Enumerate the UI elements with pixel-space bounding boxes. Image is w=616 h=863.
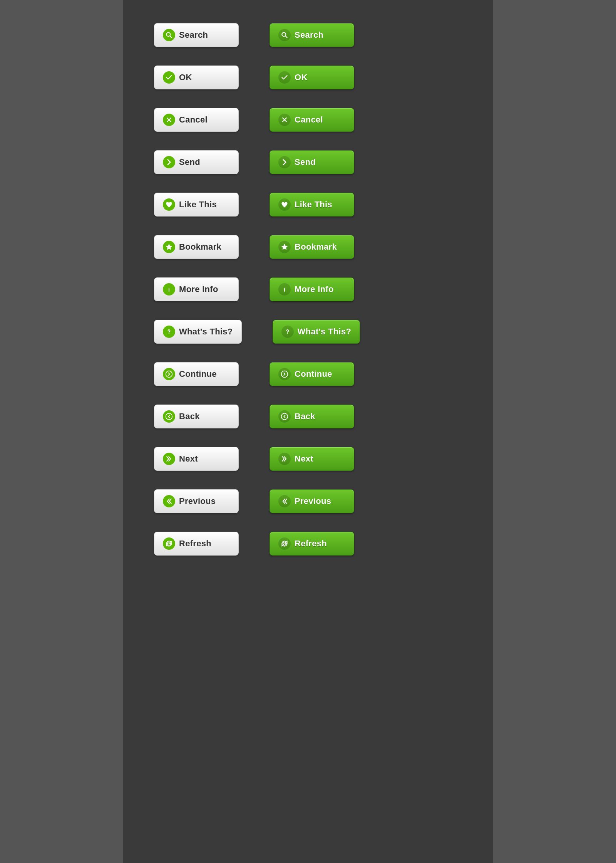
search-green-label: Search	[295, 30, 323, 40]
svg-marker-8	[166, 244, 172, 250]
arrow-circle-right-icon	[163, 368, 175, 380]
like-this-light-button[interactable]: Like This	[154, 193, 239, 217]
back-green-label: Back	[295, 411, 315, 421]
send-light-label: Send	[179, 157, 200, 167]
refresh-icon-green	[278, 537, 291, 550]
ok-light-button[interactable]: OK	[154, 65, 239, 89]
chevron-right-icon	[163, 156, 175, 168]
double-chevron-left-icon	[163, 495, 175, 507]
ok-light-label: OK	[179, 72, 192, 82]
previous-light-button[interactable]: Previous	[154, 489, 239, 513]
search-light-label: Search	[179, 30, 208, 40]
svg-point-19	[281, 371, 288, 378]
bookmark-green-label: Bookmark	[295, 242, 337, 252]
heart-icon-green	[278, 198, 291, 211]
star-icon-green	[278, 241, 291, 253]
send-green-label: Send	[295, 157, 316, 167]
continue-green-label: Continue	[295, 369, 332, 379]
svg-point-17	[287, 333, 288, 334]
whats-this-green-button[interactable]: What's This?	[273, 320, 360, 344]
xmark-icon-green	[278, 114, 291, 126]
whats-this-green-label: What's This?	[298, 327, 352, 337]
more-info-light-label: More Info	[179, 284, 218, 294]
next-light-button[interactable]: Next	[154, 447, 239, 471]
bookmark-light-label: Bookmark	[179, 242, 221, 252]
arrow-circle-right-icon-green	[278, 368, 291, 380]
star-icon	[163, 241, 175, 253]
row-bookmark: Bookmark Bookmark	[154, 235, 462, 259]
svg-line-1	[170, 36, 172, 38]
send-green-button[interactable]: Send	[270, 150, 354, 174]
heart-icon	[163, 198, 175, 211]
arrow-circle-left-icon	[163, 410, 175, 423]
back-green-button[interactable]: Back	[270, 405, 354, 428]
search-icon	[163, 29, 175, 41]
previous-light-label: Previous	[179, 496, 216, 506]
back-light-label: Back	[179, 411, 200, 421]
row-continue: Continue Continue	[154, 362, 462, 386]
cancel-light-button[interactable]: Cancel	[154, 108, 239, 132]
next-green-button[interactable]: Next	[270, 447, 354, 471]
double-chevron-right-icon	[163, 453, 175, 465]
row-refresh: Refresh Refresh	[154, 532, 462, 556]
refresh-green-label: Refresh	[295, 539, 327, 549]
svg-marker-9	[281, 244, 288, 250]
svg-point-20	[166, 413, 172, 420]
cancel-green-button[interactable]: Cancel	[270, 108, 354, 132]
previous-green-button[interactable]: Previous	[270, 489, 354, 513]
refresh-icon	[163, 537, 175, 550]
question-icon	[163, 326, 175, 338]
like-this-light-label: Like This	[179, 200, 217, 210]
search-icon-green	[278, 29, 291, 41]
send-light-button[interactable]: Send	[154, 150, 239, 174]
back-light-button[interactable]: Back	[154, 405, 239, 428]
svg-point-16	[169, 333, 169, 334]
info-icon	[163, 283, 175, 296]
more-info-green-button[interactable]: More Info	[270, 277, 354, 301]
more-info-light-button[interactable]: More Info	[154, 277, 239, 301]
double-chevron-left-icon-green	[278, 495, 291, 507]
info-icon-green	[278, 283, 291, 296]
cancel-green-label: Cancel	[295, 115, 323, 125]
whats-this-light-button[interactable]: What's This?	[154, 320, 242, 344]
main-container: Search Search OK OK Cancel Cancel Send S…	[123, 0, 493, 863]
search-light-button[interactable]: Search	[154, 23, 239, 47]
refresh-green-button[interactable]: Refresh	[270, 532, 354, 556]
row-send: Send Send	[154, 150, 462, 174]
xmark-icon	[163, 114, 175, 126]
svg-line-3	[285, 36, 287, 38]
svg-point-21	[281, 413, 288, 420]
row-more-info: More Info More Info	[154, 277, 462, 301]
like-this-green-button[interactable]: Like This	[270, 193, 354, 217]
previous-green-label: Previous	[295, 496, 331, 506]
continue-light-label: Continue	[179, 369, 217, 379]
row-back: Back Back	[154, 405, 462, 428]
search-green-button[interactable]: Search	[270, 23, 354, 47]
row-like-this: Like This Like This	[154, 193, 462, 217]
more-info-green-label: More Info	[295, 284, 334, 294]
cancel-light-label: Cancel	[179, 115, 208, 125]
svg-point-18	[166, 371, 172, 378]
continue-light-button[interactable]: Continue	[154, 362, 239, 386]
row-cancel: Cancel Cancel	[154, 108, 462, 132]
row-ok: OK OK	[154, 65, 462, 89]
question-icon-green	[281, 326, 294, 338]
double-chevron-right-icon-green	[278, 453, 291, 465]
refresh-light-button[interactable]: Refresh	[154, 532, 239, 556]
next-light-label: Next	[179, 454, 198, 464]
chevron-right-icon-green	[278, 156, 291, 168]
bookmark-green-button[interactable]: Bookmark	[270, 235, 354, 259]
row-whats-this: What's This? What's This?	[154, 320, 462, 344]
whats-this-light-label: What's This?	[179, 327, 233, 337]
checkmark-icon	[163, 71, 175, 84]
continue-green-button[interactable]: Continue	[270, 362, 354, 386]
like-this-green-label: Like This	[295, 200, 332, 210]
row-search: Search Search	[154, 23, 462, 47]
refresh-light-label: Refresh	[179, 539, 211, 549]
arrow-circle-left-icon-green	[278, 410, 291, 423]
ok-green-button[interactable]: OK	[270, 65, 354, 89]
next-green-label: Next	[295, 454, 313, 464]
bookmark-light-button[interactable]: Bookmark	[154, 235, 239, 259]
row-next: Next Next	[154, 447, 462, 471]
checkmark-icon-green	[278, 71, 291, 84]
